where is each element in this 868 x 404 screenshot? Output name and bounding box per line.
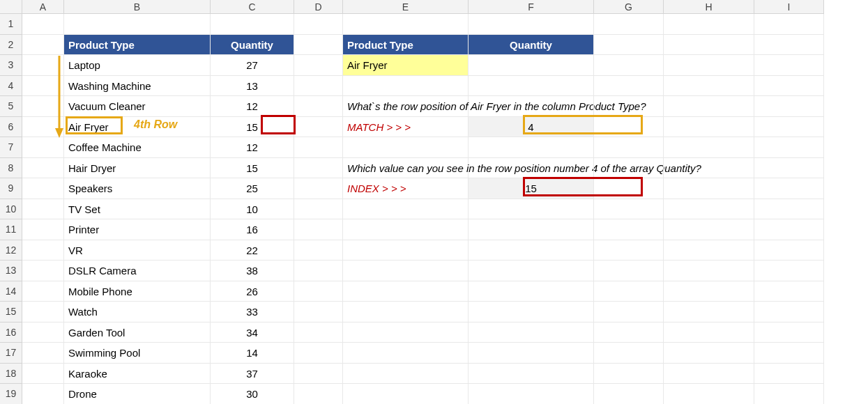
cell-D14[interactable]: [294, 281, 343, 302]
cell-D18[interactable]: [294, 364, 343, 384]
cell-F4[interactable]: [469, 76, 594, 97]
cell-D12[interactable]: [294, 240, 343, 261]
cell-E19[interactable]: [343, 384, 469, 404]
cell-I19[interactable]: [754, 384, 824, 404]
cell-I12[interactable]: [754, 240, 824, 261]
cell-A13[interactable]: [22, 261, 64, 281]
cell-G19[interactable]: [594, 384, 664, 404]
cell-B18[interactable]: Karaoke: [64, 364, 211, 384]
cell-F13[interactable]: [469, 261, 594, 281]
cell-F6-match-result[interactable]: 4: [469, 117, 594, 138]
cell-I11[interactable]: [754, 219, 824, 240]
row-header-13[interactable]: 13: [0, 261, 22, 281]
cell-G1[interactable]: [594, 14, 664, 35]
cell-G6[interactable]: [594, 117, 664, 138]
cell-H19[interactable]: [664, 384, 754, 404]
cell-H5[interactable]: [664, 96, 754, 117]
col-header-E[interactable]: E: [343, 0, 469, 14]
cell-D15[interactable]: [294, 302, 343, 323]
cell-F8[interactable]: [469, 158, 594, 179]
cell-B7[interactable]: Coffee Machine: [64, 137, 211, 158]
cell-D4[interactable]: [294, 76, 343, 97]
cell-I3[interactable]: [754, 55, 824, 76]
cell-G12[interactable]: [594, 240, 664, 261]
cell-C19[interactable]: 30: [211, 384, 294, 404]
cell-E2-header-product[interactable]: Product Type: [343, 35, 469, 56]
cell-I9[interactable]: [754, 178, 824, 199]
cell-E12[interactable]: [343, 240, 469, 261]
cell-E15[interactable]: [343, 302, 469, 323]
row-header-17[interactable]: 17: [0, 343, 22, 364]
cell-H6[interactable]: [664, 117, 754, 138]
cell-G7[interactable]: [594, 137, 664, 158]
cell-B19[interactable]: Drone: [64, 384, 211, 404]
row-header-7[interactable]: 7: [0, 137, 22, 158]
row-header-3[interactable]: 3: [0, 55, 22, 76]
cell-H18[interactable]: [664, 364, 754, 384]
cell-E6-match-label[interactable]: MATCH > > >: [343, 117, 469, 138]
cell-A7[interactable]: [22, 137, 64, 158]
cell-D9[interactable]: [294, 178, 343, 199]
cell-H9[interactable]: [664, 178, 754, 199]
cell-I5[interactable]: [754, 96, 824, 117]
row-header-14[interactable]: 14: [0, 281, 22, 302]
cell-F18[interactable]: [469, 364, 594, 384]
cell-I18[interactable]: [754, 364, 824, 384]
cell-F1[interactable]: [469, 14, 594, 35]
cell-A10[interactable]: [22, 199, 64, 220]
cell-A11[interactable]: [22, 219, 64, 240]
cell-E3-lookup-value[interactable]: Air Fryer: [343, 55, 469, 76]
cell-D13[interactable]: [294, 261, 343, 281]
cell-G10[interactable]: [594, 199, 664, 220]
cell-G3[interactable]: [594, 55, 664, 76]
cell-C8[interactable]: 15: [211, 158, 294, 179]
cell-F11[interactable]: [469, 219, 594, 240]
row-header-12[interactable]: 12: [0, 240, 22, 261]
row-header-5[interactable]: 5: [0, 96, 22, 117]
cell-E9-index-label[interactable]: INDEX > > >: [343, 178, 469, 199]
cell-E13[interactable]: [343, 261, 469, 281]
cell-C15[interactable]: 33: [211, 302, 294, 323]
cell-H17[interactable]: [664, 343, 754, 364]
cell-D19[interactable]: [294, 384, 343, 404]
cell-C4[interactable]: 13: [211, 76, 294, 97]
cell-C1[interactable]: [211, 14, 294, 35]
row-header-9[interactable]: 9: [0, 178, 22, 199]
cell-B3[interactable]: Laptop: [64, 55, 211, 76]
cell-C3[interactable]: 27: [211, 55, 294, 76]
cell-I14[interactable]: [754, 281, 824, 302]
cell-E8-index-question[interactable]: Which value can you see in the row posit…: [343, 158, 469, 179]
cell-D7[interactable]: [294, 137, 343, 158]
cell-C13[interactable]: 38: [211, 261, 294, 281]
cell-H2[interactable]: [664, 35, 754, 56]
cell-G5[interactable]: [594, 96, 664, 117]
cell-G17[interactable]: [594, 343, 664, 364]
row-header-1[interactable]: 1: [0, 14, 22, 35]
cell-E14[interactable]: [343, 281, 469, 302]
select-all-corner[interactable]: [0, 0, 22, 14]
cell-G9[interactable]: [594, 178, 664, 199]
cell-D11[interactable]: [294, 219, 343, 240]
cell-A14[interactable]: [22, 281, 64, 302]
cell-F2-header-quantity[interactable]: Quantity: [469, 35, 594, 56]
cell-H12[interactable]: [664, 240, 754, 261]
cell-A19[interactable]: [22, 384, 64, 404]
cell-I15[interactable]: [754, 302, 824, 323]
cell-H3[interactable]: [664, 55, 754, 76]
cell-A2[interactable]: [22, 35, 64, 56]
cell-A16[interactable]: [22, 323, 64, 343]
cell-E10[interactable]: [343, 199, 469, 220]
cell-B1[interactable]: [64, 14, 211, 35]
cell-D17[interactable]: [294, 343, 343, 364]
cell-F3[interactable]: [469, 55, 594, 76]
cell-E11[interactable]: [343, 219, 469, 240]
row-header-6[interactable]: 6: [0, 117, 22, 138]
cell-A17[interactable]: [22, 343, 64, 364]
cell-G8[interactable]: [594, 158, 664, 179]
cell-B9[interactable]: Speakers: [64, 178, 211, 199]
cell-B15[interactable]: Watch: [64, 302, 211, 323]
cell-B4[interactable]: Washing Machine: [64, 76, 211, 97]
cell-G4[interactable]: [594, 76, 664, 97]
cell-E18[interactable]: [343, 364, 469, 384]
cell-H7[interactable]: [664, 137, 754, 158]
